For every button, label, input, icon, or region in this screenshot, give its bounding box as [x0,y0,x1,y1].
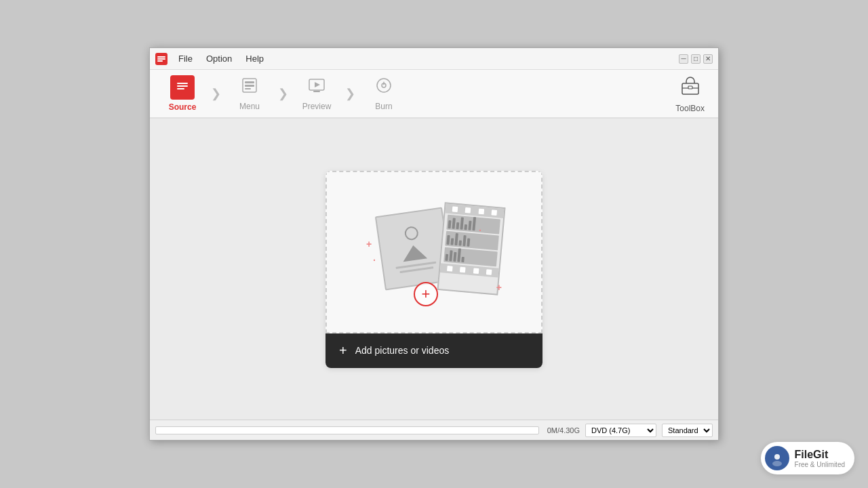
menu-step-icon [240,76,259,99]
step-menu-label: Menu [239,102,260,111]
menu-help[interactable]: Help [240,52,269,65]
toolbox-button[interactable]: ToolBox [667,69,713,119]
step-preview[interactable]: Preview [290,70,344,117]
maximize-button[interactable]: □ [691,54,701,64]
filegit-badge: FileGit Free & Unlimited [761,442,854,474]
filegit-logo [765,446,789,470]
status-bar: 0M/4.30G DVD (4.7G) DVD DL (8.5G) Blu-ra… [150,420,718,440]
close-button[interactable]: ✕ [703,54,713,64]
photo-circle [404,225,420,241]
deco-plus-2: · [479,225,481,236]
svg-rect-8 [245,81,254,83]
step-menu[interactable]: Menu [222,70,277,117]
step-burn[interactable]: Burn [357,70,411,117]
arrow-1: ❯ [211,86,221,101]
svg-point-21 [774,454,780,460]
menu-option[interactable]: Option [201,52,237,65]
svg-rect-10 [245,88,251,89]
plus-circle-icon [414,282,438,306]
svg-rect-13 [313,91,320,92]
main-window: File Option Help ─ □ ✕ Source [149,47,719,441]
step-preview-label: Preview [302,102,332,111]
title-bar: File Option Help ─ □ ✕ [150,48,718,70]
svg-rect-17 [688,86,692,89]
size-label: 0M/4.30G [547,426,580,434]
menu-bar: File Option Help [173,52,679,65]
progress-bar [155,426,539,434]
filegit-text: FileGit Free & Unlimited [795,449,845,468]
quality-select[interactable]: Standard High Best [662,424,713,437]
burn-step-icon [374,76,393,99]
preview-step-icon [307,76,326,99]
deco-plus-4: · [373,255,376,266]
photo-mountain [401,243,427,262]
arrow-3: ❯ [345,86,355,101]
svg-rect-1 [157,56,165,58]
toolbar: Source ❯ Menu ❯ [150,70,718,119]
illustration: + · + · [366,198,502,306]
toolbox-icon [679,75,701,101]
drop-zone-inner[interactable]: + · + · [326,171,542,333]
window-controls: ─ □ ✕ [679,54,713,64]
app-icon [155,53,167,65]
svg-rect-4 [177,83,188,84]
filegit-sub: Free & Unlimited [795,461,845,468]
svg-rect-5 [177,85,188,87]
step-burn-label: Burn [375,102,392,111]
svg-point-22 [772,461,782,466]
source-icon [170,75,195,100]
step-source[interactable]: Source [155,70,210,117]
step-source-label: Source [169,102,197,112]
filegit-name: FileGit [795,449,845,461]
main-content: + · + · + Add pictures or videos [150,119,718,420]
svg-rect-9 [245,85,254,87]
add-media-button[interactable]: + Add pictures or videos [326,333,542,368]
drop-zone[interactable]: + · + · + Add pictures or videos [326,171,542,368]
svg-marker-12 [315,82,320,87]
deco-plus-1: + [366,239,372,249]
svg-rect-3 [157,60,163,62]
svg-rect-6 [177,88,184,89]
add-button-label: Add pictures or videos [355,345,450,356]
menu-file[interactable]: File [173,52,198,65]
minimize-button[interactable]: ─ [679,54,688,64]
svg-rect-2 [157,58,165,60]
film-strip [437,202,506,295]
toolbox-label: ToolBox [675,104,705,113]
toolbar-steps: Source ❯ Menu ❯ [155,70,667,117]
dvd-type-select[interactable]: DVD (4.7G) DVD DL (8.5G) Blu-ray 25G [585,424,656,437]
deco-plus-3: + [496,282,502,293]
add-plus-icon: + [339,343,347,359]
arrow-2: ❯ [278,86,288,101]
